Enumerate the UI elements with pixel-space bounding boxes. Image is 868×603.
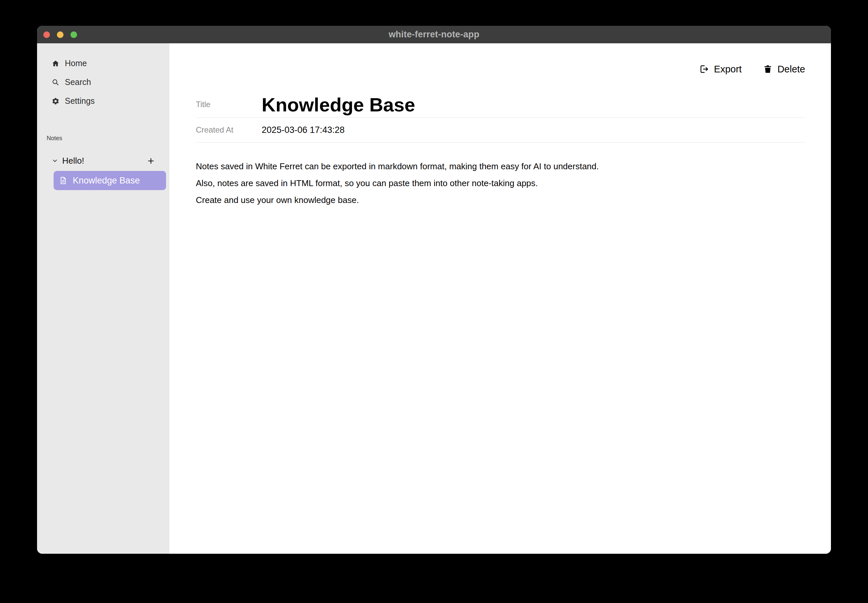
gear-icon <box>51 97 60 105</box>
sidebar-item-search[interactable]: Search <box>37 73 169 91</box>
titlebar: white-ferret-note-app <box>37 26 831 43</box>
divider <box>196 142 805 142</box>
note-title[interactable]: Knowledge Base <box>262 94 415 116</box>
note-paragraph: Create and use your own knowledge base. <box>196 195 805 205</box>
sidebar-item-home[interactable]: Home <box>37 54 169 73</box>
delete-button[interactable]: Delete <box>763 64 805 75</box>
note-body[interactable]: Notes saved in White Ferret can be expor… <box>196 161 805 212</box>
trash-icon <box>763 64 773 74</box>
sidebar-item-label: Search <box>65 77 91 87</box>
created-at-label: Created At <box>196 125 262 135</box>
sidebar-item-label: Settings <box>65 96 95 106</box>
traffic-lights <box>43 26 77 43</box>
minimize-window-button[interactable] <box>57 31 64 38</box>
title-field-row: Title Knowledge Base <box>196 91 805 118</box>
folder-row-hello[interactable]: Hello! + <box>37 153 169 168</box>
sidebar-item-label: Home <box>65 59 87 68</box>
title-field-label: Title <box>196 100 262 109</box>
note-list-item-knowledge-base[interactable]: Knowledge Base <box>54 171 166 190</box>
note-paragraph: Also, notes are saved in HTML format, so… <box>196 178 805 189</box>
note-editor: Export Delete Title Knowledge Base Creat… <box>169 43 831 554</box>
document-icon <box>59 176 67 185</box>
toolbar: Export Delete <box>196 63 805 75</box>
folder-label: Hello! <box>62 156 147 166</box>
sidebar: Home Search Settings Notes Hello! <box>37 43 169 554</box>
add-note-button[interactable]: + <box>147 155 154 166</box>
export-button[interactable]: Export <box>699 64 742 75</box>
search-icon <box>51 78 60 86</box>
app-window: white-ferret-note-app Home Search Setti <box>37 26 831 554</box>
created-at-row: Created At 2025-03-06 17:43:28 <box>196 118 805 142</box>
close-window-button[interactable] <box>43 31 50 38</box>
window-title: white-ferret-note-app <box>389 29 479 40</box>
notes-section-label: Notes <box>37 135 169 142</box>
chevron-down-icon[interactable] <box>51 157 58 164</box>
sidebar-item-settings[interactable]: Settings <box>37 91 169 110</box>
zoom-window-button[interactable] <box>70 31 77 38</box>
note-list-item-label: Knowledge Base <box>73 176 140 186</box>
note-paragraph: Notes saved in White Ferret can be expor… <box>196 161 805 172</box>
export-icon <box>699 64 709 74</box>
home-icon <box>51 60 60 67</box>
created-at-value: 2025-03-06 17:43:28 <box>262 125 345 135</box>
